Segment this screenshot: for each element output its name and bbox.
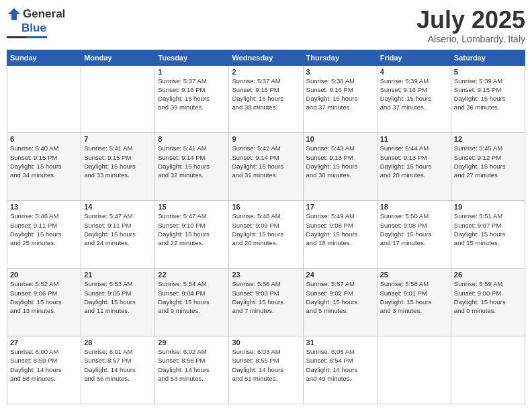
table-row: 21Sunrise: 5:53 AMSunset: 9:05 PMDayligh…: [81, 269, 155, 336]
month-title: July 2025: [416, 7, 525, 34]
day-info: Sunrise: 5:52 AMSunset: 9:06 PMDaylight:…: [10, 279, 78, 315]
header-friday: Friday: [377, 50, 451, 65]
title-section: July 2025 Alserio, Lombardy, Italy: [416, 7, 525, 44]
logo-divider: [7, 36, 47, 38]
day-number: 8: [158, 135, 226, 143]
day-number: 10: [306, 135, 374, 143]
day-info: Sunrise: 5:45 AMSunset: 9:12 PMDaylight:…: [454, 144, 522, 179]
day-info: Sunrise: 5:40 AMSunset: 9:15 PMDaylight:…: [10, 144, 78, 179]
day-number: 25: [380, 271, 448, 279]
svg-marker-0: [8, 8, 20, 20]
table-row: 16Sunrise: 5:48 AMSunset: 9:09 PMDayligh…: [229, 201, 303, 269]
day-info: Sunrise: 6:01 AMSunset: 8:57 PMDaylight:…: [84, 347, 152, 383]
header-wednesday: Wednesday: [229, 50, 303, 65]
day-number: 19: [454, 203, 522, 211]
calendar-header-row: Sunday Monday Tuesday Wednesday Thursday…: [7, 50, 525, 65]
table-row: 24Sunrise: 5:57 AMSunset: 9:02 PMDayligh…: [303, 269, 377, 336]
day-number: 4: [380, 68, 448, 76]
day-number: 9: [232, 135, 300, 143]
day-info: Sunrise: 5:37 AMSunset: 9:16 PMDaylight:…: [232, 77, 300, 112]
day-number: 31: [306, 338, 374, 347]
day-number: 21: [84, 271, 152, 279]
table-row: 14Sunrise: 5:47 AMSunset: 9:11 PMDayligh…: [81, 201, 155, 269]
calendar-week-row: 1Sunrise: 5:37 AMSunset: 9:16 PMDaylight…: [7, 65, 525, 133]
day-number: 5: [454, 68, 522, 76]
table-row: 29Sunrise: 6:02 AMSunset: 8:56 PMDayligh…: [155, 336, 229, 404]
day-number: 17: [306, 203, 374, 211]
table-row: 18Sunrise: 5:50 AMSunset: 9:08 PMDayligh…: [377, 201, 451, 269]
table-row: 26Sunrise: 5:59 AMSunset: 9:00 PMDayligh…: [451, 269, 525, 336]
header-thursday: Thursday: [303, 50, 377, 65]
location: Alserio, Lombardy, Italy: [416, 34, 525, 44]
day-info: Sunrise: 5:42 AMSunset: 9:14 PMDaylight:…: [232, 144, 300, 179]
day-number: 24: [306, 271, 374, 279]
header-tuesday: Tuesday: [155, 50, 229, 65]
day-number: 11: [380, 135, 448, 143]
day-info: Sunrise: 5:37 AMSunset: 9:16 PMDaylight:…: [158, 77, 226, 112]
day-number: 23: [232, 271, 300, 279]
day-number: 15: [158, 203, 226, 211]
day-info: Sunrise: 5:49 AMSunset: 9:08 PMDaylight:…: [306, 212, 374, 247]
table-row: 5Sunrise: 5:39 AMSunset: 9:15 PMDaylight…: [451, 65, 525, 133]
logo-blue-text: Blue: [21, 21, 46, 34]
table-row: 1Sunrise: 5:37 AMSunset: 9:16 PMDaylight…: [155, 65, 229, 133]
day-info: Sunrise: 5:50 AMSunset: 9:08 PMDaylight:…: [380, 212, 448, 247]
table-row: 9Sunrise: 5:42 AMSunset: 9:14 PMDaylight…: [229, 133, 303, 201]
table-row: 11Sunrise: 5:44 AMSunset: 9:13 PMDayligh…: [377, 133, 451, 201]
day-info: Sunrise: 6:00 AMSunset: 8:59 PMDaylight:…: [10, 347, 78, 383]
day-number: 20: [10, 271, 78, 279]
day-info: Sunrise: 5:44 AMSunset: 9:13 PMDaylight:…: [380, 144, 448, 179]
day-number: 28: [84, 338, 152, 347]
day-info: Sunrise: 5:53 AMSunset: 9:05 PMDaylight:…: [84, 279, 152, 315]
day-number: 14: [84, 203, 152, 211]
calendar-week-row: 13Sunrise: 5:46 AMSunset: 9:11 PMDayligh…: [7, 201, 525, 269]
day-number: 22: [158, 271, 226, 279]
day-number: 12: [454, 135, 522, 143]
day-number: 3: [306, 68, 374, 76]
table-row: 6Sunrise: 5:40 AMSunset: 9:15 PMDaylight…: [7, 133, 81, 201]
day-number: 6: [10, 135, 78, 143]
day-number: 13: [10, 203, 78, 211]
calendar-table: Sunday Monday Tuesday Wednesday Thursday…: [7, 50, 525, 404]
table-row: 20Sunrise: 5:52 AMSunset: 9:06 PMDayligh…: [7, 269, 81, 336]
table-row: [451, 336, 525, 404]
day-number: 16: [232, 203, 300, 211]
day-info: Sunrise: 5:59 AMSunset: 9:00 PMDaylight:…: [454, 279, 522, 315]
logo: General Blue: [7, 7, 65, 38]
day-info: Sunrise: 5:47 AMSunset: 9:10 PMDaylight:…: [158, 212, 226, 247]
day-info: Sunrise: 5:41 AMSunset: 9:15 PMDaylight:…: [84, 144, 152, 179]
table-row: 8Sunrise: 5:41 AMSunset: 9:14 PMDaylight…: [155, 133, 229, 201]
day-info: Sunrise: 5:43 AMSunset: 9:13 PMDaylight:…: [306, 144, 374, 179]
day-number: 2: [232, 68, 300, 76]
day-number: 1: [158, 68, 226, 76]
day-info: Sunrise: 5:39 AMSunset: 9:16 PMDaylight:…: [380, 77, 448, 112]
day-number: 27: [10, 338, 78, 347]
header-monday: Monday: [81, 50, 155, 65]
day-number: 26: [454, 271, 522, 279]
table-row: 17Sunrise: 5:49 AMSunset: 9:08 PMDayligh…: [303, 201, 377, 269]
day-info: Sunrise: 5:48 AMSunset: 9:09 PMDaylight:…: [232, 212, 300, 247]
day-number: 7: [84, 135, 152, 143]
day-number: 18: [380, 203, 448, 211]
table-row: 13Sunrise: 5:46 AMSunset: 9:11 PMDayligh…: [7, 201, 81, 269]
table-row: 3Sunrise: 5:38 AMSunset: 9:16 PMDaylight…: [303, 65, 377, 133]
logo-icon: [7, 7, 21, 21]
header-sunday: Sunday: [7, 50, 81, 65]
day-info: Sunrise: 6:02 AMSunset: 8:56 PMDaylight:…: [158, 347, 226, 383]
day-info: Sunrise: 5:56 AMSunset: 9:03 PMDaylight:…: [232, 279, 300, 315]
day-number: 29: [158, 338, 226, 347]
day-info: Sunrise: 5:54 AMSunset: 9:04 PMDaylight:…: [158, 279, 226, 315]
table-row: 27Sunrise: 6:00 AMSunset: 8:59 PMDayligh…: [7, 336, 81, 404]
day-info: Sunrise: 5:51 AMSunset: 9:07 PMDaylight:…: [454, 212, 522, 247]
table-row: 28Sunrise: 6:01 AMSunset: 8:57 PMDayligh…: [81, 336, 155, 404]
table-row: 25Sunrise: 5:58 AMSunset: 9:01 PMDayligh…: [377, 269, 451, 336]
day-info: Sunrise: 5:58 AMSunset: 9:01 PMDaylight:…: [380, 279, 448, 315]
table-row: 31Sunrise: 6:05 AMSunset: 8:54 PMDayligh…: [303, 336, 377, 404]
day-info: Sunrise: 6:05 AMSunset: 8:54 PMDaylight:…: [306, 347, 374, 383]
calendar-week-row: 27Sunrise: 6:00 AMSunset: 8:59 PMDayligh…: [7, 336, 525, 404]
table-row: 15Sunrise: 5:47 AMSunset: 9:10 PMDayligh…: [155, 201, 229, 269]
table-row: 4Sunrise: 5:39 AMSunset: 9:16 PMDaylight…: [377, 65, 451, 133]
day-info: Sunrise: 5:41 AMSunset: 9:14 PMDaylight:…: [158, 144, 226, 179]
table-row: 12Sunrise: 5:45 AMSunset: 9:12 PMDayligh…: [451, 133, 525, 201]
table-row: 7Sunrise: 5:41 AMSunset: 9:15 PMDaylight…: [81, 133, 155, 201]
